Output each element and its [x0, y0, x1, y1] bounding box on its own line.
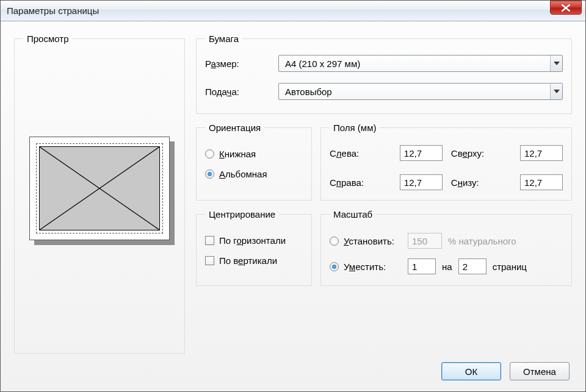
radio-icon: [205, 169, 214, 179]
group-scale: Масштаб Установить: 150 % натурального: [320, 209, 572, 286]
scale-fit-wide-input[interactable]: 1: [408, 258, 436, 274]
scale-fit-label: Уместить:: [344, 262, 386, 272]
margin-bottom-input[interactable]: 12,7: [520, 174, 563, 190]
paper-source-dropdown-button[interactable]: [550, 84, 562, 99]
checkbox-icon: [205, 256, 214, 265]
window-title: Параметры страницы: [7, 5, 550, 16]
preview-legend: Просмотр: [23, 34, 73, 44]
scale-legend: Масштаб: [330, 209, 376, 219]
radio-icon: [330, 262, 339, 271]
centering-legend: Центрирование: [205, 209, 279, 219]
margin-left-label: Слева:: [330, 148, 391, 159]
orientation-portrait-option[interactable]: Книжная: [205, 149, 303, 159]
paper-legend: Бумага: [205, 34, 242, 44]
paper-size-value: A4 (210 x 297 мм): [285, 59, 550, 69]
paper-size-dropdown-button[interactable]: [550, 55, 562, 71]
group-orientation: Ориентация Книжная Альбомная: [196, 123, 312, 201]
group-paper: Бумага Размер: A4 (210 x 297 мм): [196, 34, 572, 114]
paper-size-combo[interactable]: A4 (210 x 297 мм): [278, 55, 563, 72]
paper-source-value: Автовыбор: [285, 87, 550, 97]
margin-top-label: Сверху:: [451, 148, 512, 159]
center-vertical-label: По вертикали: [219, 255, 277, 266]
preview-margins: [36, 143, 163, 233]
scale-adjust-input: 150: [408, 233, 442, 249]
close-icon: [562, 4, 570, 12]
margin-right-label: Справа:: [330, 177, 391, 188]
radio-icon: [205, 149, 214, 159]
group-centering: Центрирование По горизонтали По вертикал…: [196, 209, 312, 286]
paper-size-label: Размер:: [205, 59, 278, 69]
group-margins: Поля (мм) Слева: 12,7 Сверху: 12,7 Справ…: [320, 123, 572, 201]
orientation-landscape-label: Альбомная: [219, 169, 267, 179]
close-button[interactable]: [550, 1, 582, 15]
checkbox-icon: [205, 236, 214, 245]
scale-adjust-label: Установить:: [344, 236, 394, 246]
orientation-landscape-option[interactable]: Альбомная: [205, 169, 303, 179]
center-horizontal-checkbox[interactable]: По горизонтали: [205, 235, 303, 246]
preview-area: [29, 137, 176, 240]
paper-source-combo[interactable]: Автовыбор: [278, 83, 563, 100]
margin-right-input[interactable]: 12,7: [400, 174, 443, 190]
chevron-down-icon: [554, 90, 560, 93]
group-preview: Просмотр: [14, 34, 185, 354]
page-setup-dialog: Параметры страницы Просмотр: [0, 0, 586, 392]
preview-content: [39, 146, 160, 230]
dialog-footer: ОК Отмена: [14, 362, 572, 380]
scale-fit-tall-input[interactable]: 2: [458, 258, 487, 274]
chevron-down-icon: [554, 62, 560, 65]
orientation-legend: Ориентация: [205, 123, 264, 133]
scale-adjust-option[interactable]: Установить: 150 % натурального: [330, 233, 563, 249]
scale-fit-separator: на: [442, 262, 452, 272]
radio-icon: [330, 237, 339, 246]
margins-legend: Поля (мм): [330, 123, 380, 133]
orientation-portrait-label: Книжная: [219, 149, 256, 159]
paper-source-label: Подача:: [205, 87, 278, 97]
scale-fit-option[interactable]: Уместить: 1 на 2 страниц: [330, 258, 563, 274]
ok-button[interactable]: ОК: [441, 362, 501, 380]
center-vertical-checkbox[interactable]: По вертикали: [205, 255, 303, 266]
cancel-button[interactable]: Отмена: [510, 362, 570, 380]
scale-adjust-suffix: % натурального: [448, 236, 516, 246]
preview-page-outer: [29, 137, 170, 240]
margin-top-input[interactable]: 12,7: [520, 145, 563, 161]
center-horizontal-label: По горизонтали: [219, 235, 286, 246]
scale-fit-suffix: страниц: [493, 262, 527, 272]
client-area: Просмотр: [1, 21, 585, 391]
titlebar: Параметры страницы: [1, 1, 585, 21]
margin-left-input[interactable]: 12,7: [400, 145, 443, 161]
margin-bottom-label: Снизу:: [451, 177, 512, 188]
